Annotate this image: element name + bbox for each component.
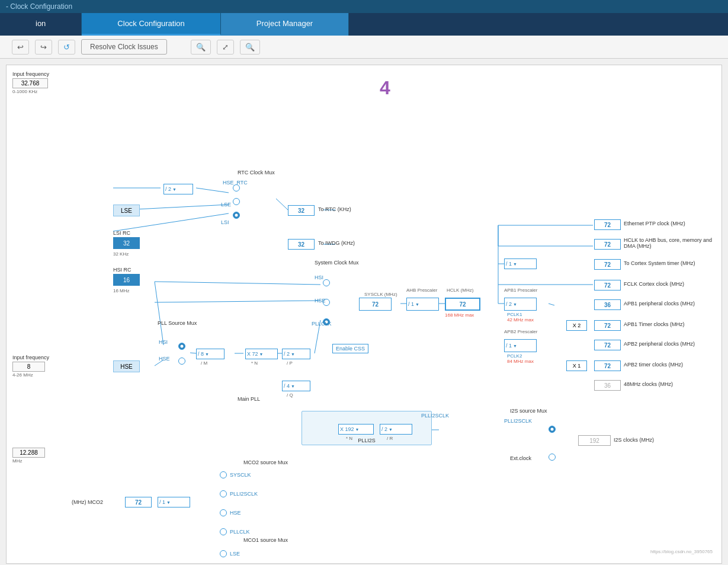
- eth-ptp-value[interactable]: 72: [594, 219, 621, 230]
- fclk-value[interactable]: 72: [594, 280, 621, 291]
- mco1-radios: LSE HSE HSI PLLCLK: [220, 550, 250, 564]
- pll-src-hsi-radio[interactable]: [178, 343, 185, 350]
- plli2s-r-sel[interactable]: / 2: [380, 424, 412, 435]
- enable-css-btn[interactable]: Enable CSS: [332, 344, 368, 353]
- rtc-radio-1[interactable]: [233, 184, 240, 191]
- mco2-output-label: (MHz) MCO2: [72, 499, 103, 505]
- ahb-prescaler-sel[interactable]: / 1: [406, 298, 439, 311]
- input-freq-label-2: Input frequency 8 4-26 MHz: [12, 355, 49, 378]
- pll-m-sel[interactable]: / 8: [196, 349, 225, 359]
- redo-button[interactable]: ↪: [35, 40, 52, 55]
- plli2s-n-label: * N: [346, 436, 352, 441]
- undo-button[interactable]: ↩: [12, 40, 29, 55]
- plli2s-n-sel[interactable]: X 192: [338, 424, 374, 435]
- svg-line-7: [155, 282, 320, 285]
- hse-div-sel[interactable]: / 2: [163, 184, 193, 194]
- hclk-label: HCLK (MHz): [447, 288, 473, 293]
- rtc-value-box[interactable]: 32: [288, 205, 315, 216]
- pll-p-label: / P: [287, 360, 293, 366]
- tab-extra[interactable]: [349, 13, 728, 36]
- lsi-rc-box[interactable]: 32: [113, 237, 140, 249]
- mco1-lse-radio[interactable]: [220, 550, 227, 557]
- apb2-timer-label: APB2 timer clocks (MHz): [624, 362, 683, 368]
- sys-mux-hsi[interactable]: [323, 279, 330, 286]
- i2s-value[interactable]: 192: [578, 435, 611, 446]
- plli2s-r-label: / R: [387, 436, 393, 441]
- lse-box[interactable]: LSE: [113, 205, 140, 216]
- apb1-prescaler-label: APB1 Prescaler: [504, 288, 537, 293]
- input-freq-value-1[interactable]: 32.768: [12, 78, 48, 88]
- apb2-timer-value[interactable]: 72: [594, 360, 621, 371]
- apb2-peri-label: APB2 peripheral clocks (MHz): [624, 341, 695, 347]
- mco2-plli2sclk-radio[interactable]: [220, 490, 227, 497]
- svg-line-11: [190, 353, 196, 353]
- mco2-div-sel[interactable]: / 1: [158, 497, 190, 507]
- lsi-rc-freq: 32 KHz: [113, 251, 129, 257]
- mco2-sysclk-radio[interactable]: [220, 471, 227, 478]
- iwdg-value-box[interactable]: 32: [288, 239, 315, 250]
- pll-q-sel[interactable]: / 4: [282, 381, 310, 391]
- pll-n-sel[interactable]: X 72: [245, 349, 278, 359]
- mco2-value[interactable]: 72: [125, 497, 152, 507]
- input-freq-value-3[interactable]: 12.288: [12, 448, 45, 458]
- svg-line-8: [155, 282, 163, 345]
- apb1-prescaler-sel[interactable]: / 2: [504, 298, 537, 311]
- tab-clock-config[interactable]: Clock Configuration: [82, 13, 220, 36]
- cortex-timer-label: To Cortex System timer (MHz): [624, 260, 695, 266]
- toolbar: ↩ ↪ ↺ Resolve Clock Issues 🔍 ⤢ 🔍: [0, 36, 728, 59]
- cortex-div-sel[interactable]: / 1: [504, 258, 537, 269]
- mhz48-value[interactable]: 36: [594, 380, 621, 391]
- mhz48-label: 48MHz clocks (MHz): [624, 381, 673, 387]
- mco1-source-mux-label: MCO1 source Mux: [243, 537, 288, 543]
- pclk2-label: PCLK2: [507, 353, 522, 359]
- apb2-peri-value[interactable]: 72: [594, 340, 621, 350]
- eth-ptp-label: Ethernet PTP clock (MHz): [624, 221, 685, 226]
- rtc-radio-2[interactable]: [233, 198, 240, 205]
- refresh-button[interactable]: ↺: [58, 40, 75, 55]
- i2s-mux-radio-1[interactable]: [549, 426, 556, 433]
- i2s-mux-radio-2[interactable]: [549, 454, 556, 461]
- sysclk-value-box[interactable]: 72: [359, 298, 392, 311]
- x1-box: X 1: [566, 360, 587, 371]
- sysclk-label: SYSCLK (MHz): [364, 292, 397, 297]
- apb2-prescaler-sel[interactable]: / 1: [504, 339, 537, 352]
- mco2-hse-radio[interactable]: [220, 509, 227, 516]
- i2s-label: I2S clocks (MHz): [614, 437, 654, 443]
- zoom-out-button[interactable]: 🔍: [240, 40, 260, 55]
- lse-mux-label: LSE: [221, 202, 231, 208]
- pll-p-sel[interactable]: / 2: [282, 349, 310, 359]
- mco2-radios: SYSCLK PLLI2SCLK HSE PLLCLK: [220, 471, 258, 535]
- hclk-value-box[interactable]: 72: [445, 298, 480, 311]
- hsi-rc-box[interactable]: 16: [113, 274, 140, 286]
- hse-box[interactable]: HSE: [113, 360, 140, 372]
- resolve-clock-button[interactable]: Resolve Clock Issues: [81, 39, 167, 55]
- connection-lines: [12, 71, 716, 557]
- to-rtc-label: To RTC (KHz): [318, 206, 351, 212]
- lsi-mux-label: LSI: [221, 219, 229, 225]
- pll-hsi-label: HSI: [159, 339, 168, 345]
- fullscreen-button[interactable]: ⤢: [217, 40, 234, 55]
- sys-hse-label: HSE: [315, 298, 326, 304]
- pll-src-hse-radio[interactable]: [178, 357, 185, 365]
- rtc-radio-3[interactable]: [233, 212, 240, 219]
- apb1-timer-label: APB1 Timer clocks (MHz): [624, 321, 685, 327]
- pll-source-mux-label: PLL Source Mux: [158, 320, 197, 326]
- mco2-pllclk-radio[interactable]: [220, 528, 227, 535]
- hclk-ahb-value[interactable]: 72: [594, 239, 621, 250]
- app-title: - Clock Configuration: [6, 2, 72, 11]
- hsi-rc-freq: 16 MHz: [113, 288, 130, 293]
- input-freq-value-2[interactable]: 8: [12, 362, 45, 372]
- pclk1-label: PCLK1: [507, 312, 522, 317]
- tab-ion[interactable]: ion: [0, 13, 82, 36]
- sys-clock-mux-label: System Clock Mux: [315, 260, 359, 266]
- tab-project-manager[interactable]: Project Manager: [221, 13, 349, 36]
- apb1-timer-value[interactable]: 72: [594, 320, 621, 331]
- pll-q-label: / Q: [287, 392, 293, 398]
- zoom-in-button[interactable]: 🔍: [191, 40, 211, 55]
- plli2s-label: PLLI2S: [358, 438, 376, 443]
- ext-clock-label: Ext.clock: [510, 455, 531, 461]
- pll-n-label: * N: [251, 360, 258, 366]
- cortex-timer-value[interactable]: 72: [594, 259, 621, 270]
- apb1-peri-value[interactable]: 36: [594, 299, 621, 310]
- svg-line-1: [196, 188, 229, 193]
